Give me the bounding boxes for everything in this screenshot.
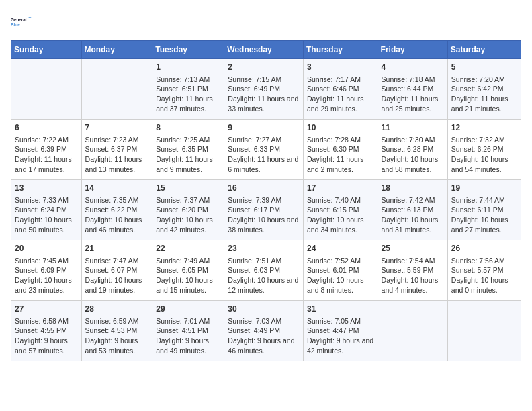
day-number: 20 — [15, 243, 78, 255]
week-row-1: 1Sunrise: 7:13 AM Sunset: 6:51 PM Daylig… — [11, 59, 521, 120]
calendar-cell: 16Sunrise: 7:39 AM Sunset: 6:17 PM Dayli… — [224, 180, 304, 240]
cell-content: Sunrise: 7:45 AM Sunset: 6:09 PM Dayligh… — [15, 256, 78, 295]
logo-icon: GeneralBlue — [11, 11, 35, 35]
day-header-monday: Monday — [81, 41, 152, 59]
calendar-cell: 10Sunrise: 7:28 AM Sunset: 6:30 PM Dayli… — [303, 120, 378, 180]
day-header-saturday: Saturday — [447, 41, 521, 59]
calendar-cell: 17Sunrise: 7:40 AM Sunset: 6:15 PM Dayli… — [303, 180, 378, 240]
header: GeneralBlue — [11, 11, 521, 35]
cell-content: Sunrise: 7:05 AM Sunset: 4:47 PM Dayligh… — [307, 316, 374, 356]
day-number: 4 — [382, 62, 444, 73]
cell-content: Sunrise: 7:22 AM Sunset: 6:39 PM Dayligh… — [15, 135, 78, 175]
day-number: 10 — [307, 122, 374, 134]
cell-content: Sunrise: 7:28 AM Sunset: 6:30 PM Dayligh… — [307, 135, 374, 175]
cell-content: Sunrise: 6:59 AM Sunset: 4:53 PM Dayligh… — [85, 316, 149, 356]
calendar-cell — [447, 301, 521, 361]
cell-content: Sunrise: 7:42 AM Sunset: 6:13 PM Dayligh… — [382, 195, 444, 235]
calendar-cell: 7Sunrise: 7:23 AM Sunset: 6:37 PM Daylig… — [81, 120, 152, 180]
calendar-cell: 1Sunrise: 7:13 AM Sunset: 6:51 PM Daylig… — [152, 59, 224, 120]
calendar-cell: 12Sunrise: 7:32 AM Sunset: 6:26 PM Dayli… — [447, 120, 521, 180]
day-number: 31 — [307, 304, 374, 315]
cell-content: Sunrise: 7:32 AM Sunset: 6:26 PM Dayligh… — [451, 135, 517, 175]
cell-content: Sunrise: 7:35 AM Sunset: 6:22 PM Dayligh… — [85, 195, 149, 235]
calendar-cell: 13Sunrise: 7:33 AM Sunset: 6:24 PM Dayli… — [11, 180, 82, 240]
cell-content: Sunrise: 7:18 AM Sunset: 6:44 PM Dayligh… — [382, 75, 444, 114]
day-header-sunday: Sunday — [11, 41, 82, 59]
cell-content: Sunrise: 7:37 AM Sunset: 6:20 PM Dayligh… — [156, 195, 220, 235]
calendar-cell: 26Sunrise: 7:56 AM Sunset: 5:57 PM Dayli… — [447, 240, 521, 301]
calendar-cell: 31Sunrise: 7:05 AM Sunset: 4:47 PM Dayli… — [303, 301, 378, 361]
calendar-cell: 8Sunrise: 7:25 AM Sunset: 6:35 PM Daylig… — [152, 120, 224, 180]
day-number: 12 — [451, 122, 517, 134]
day-number: 28 — [85, 304, 149, 315]
week-row-5: 27Sunrise: 6:58 AM Sunset: 4:55 PM Dayli… — [11, 301, 521, 361]
calendar-cell: 23Sunrise: 7:51 AM Sunset: 6:03 PM Dayli… — [224, 240, 304, 301]
day-number: 9 — [228, 122, 300, 134]
day-number: 26 — [451, 243, 517, 255]
calendar-cell — [81, 59, 152, 120]
calendar-cell — [378, 301, 447, 361]
cell-content: Sunrise: 7:44 AM Sunset: 6:11 PM Dayligh… — [451, 195, 517, 235]
day-number: 7 — [85, 122, 149, 134]
cell-content: Sunrise: 7:33 AM Sunset: 6:24 PM Dayligh… — [15, 195, 78, 235]
cell-content: Sunrise: 7:25 AM Sunset: 6:35 PM Dayligh… — [156, 135, 220, 175]
day-header-friday: Friday — [378, 41, 447, 59]
day-number: 2 — [228, 62, 300, 73]
cell-content: Sunrise: 7:52 AM Sunset: 6:01 PM Dayligh… — [307, 256, 374, 295]
day-number: 25 — [382, 243, 444, 255]
cell-content: Sunrise: 7:01 AM Sunset: 4:51 PM Dayligh… — [156, 316, 220, 356]
cell-content: Sunrise: 7:54 AM Sunset: 5:59 PM Dayligh… — [382, 256, 444, 295]
cell-content: Sunrise: 7:40 AM Sunset: 6:15 PM Dayligh… — [307, 195, 374, 235]
calendar-cell: 11Sunrise: 7:30 AM Sunset: 6:28 PM Dayli… — [378, 120, 447, 180]
cell-content: Sunrise: 6:58 AM Sunset: 4:55 PM Dayligh… — [15, 316, 78, 356]
calendar-cell: 3Sunrise: 7:17 AM Sunset: 6:46 PM Daylig… — [303, 59, 378, 120]
day-number: 30 — [228, 304, 300, 315]
calendar-cell: 18Sunrise: 7:42 AM Sunset: 6:13 PM Dayli… — [378, 180, 447, 240]
calendar-cell: 2Sunrise: 7:15 AM Sunset: 6:49 PM Daylig… — [224, 59, 304, 120]
day-number: 27 — [15, 304, 78, 315]
day-header-tuesday: Tuesday — [152, 41, 224, 59]
cell-content: Sunrise: 7:13 AM Sunset: 6:51 PM Dayligh… — [156, 75, 220, 114]
cell-content: Sunrise: 7:47 AM Sunset: 6:07 PM Dayligh… — [85, 256, 149, 295]
calendar-cell: 5Sunrise: 7:20 AM Sunset: 6:42 PM Daylig… — [447, 59, 521, 120]
week-row-4: 20Sunrise: 7:45 AM Sunset: 6:09 PM Dayli… — [11, 240, 521, 301]
day-number: 13 — [15, 183, 78, 194]
cell-content: Sunrise: 7:20 AM Sunset: 6:42 PM Dayligh… — [451, 75, 517, 114]
cell-content: Sunrise: 7:51 AM Sunset: 6:03 PM Dayligh… — [228, 256, 300, 295]
calendar-cell: 19Sunrise: 7:44 AM Sunset: 6:11 PM Dayli… — [447, 180, 521, 240]
day-number: 3 — [307, 62, 374, 73]
day-number: 23 — [228, 243, 300, 255]
cell-content: Sunrise: 7:30 AM Sunset: 6:28 PM Dayligh… — [382, 135, 444, 175]
calendar-cell: 14Sunrise: 7:35 AM Sunset: 6:22 PM Dayli… — [81, 180, 152, 240]
calendar-cell: 29Sunrise: 7:01 AM Sunset: 4:51 PM Dayli… — [152, 301, 224, 361]
day-number: 5 — [451, 62, 517, 73]
day-number: 24 — [307, 243, 374, 255]
calendar-cell: 30Sunrise: 7:03 AM Sunset: 4:49 PM Dayli… — [224, 301, 304, 361]
day-header-wednesday: Wednesday — [224, 41, 304, 59]
calendar-cell: 4Sunrise: 7:18 AM Sunset: 6:44 PM Daylig… — [378, 59, 447, 120]
cell-content: Sunrise: 7:27 AM Sunset: 6:33 PM Dayligh… — [228, 135, 300, 175]
svg-text:Blue: Blue — [11, 22, 20, 27]
day-number: 1 — [156, 62, 220, 73]
cell-content: Sunrise: 7:49 AM Sunset: 6:05 PM Dayligh… — [156, 256, 220, 295]
calendar-cell: 27Sunrise: 6:58 AM Sunset: 4:55 PM Dayli… — [11, 301, 82, 361]
calendar-cell: 24Sunrise: 7:52 AM Sunset: 6:01 PM Dayli… — [303, 240, 378, 301]
day-number: 18 — [382, 183, 444, 194]
day-number: 11 — [382, 122, 444, 134]
calendar-cell: 21Sunrise: 7:47 AM Sunset: 6:07 PM Dayli… — [81, 240, 152, 301]
calendar-cell: 25Sunrise: 7:54 AM Sunset: 5:59 PM Dayli… — [378, 240, 447, 301]
cell-content: Sunrise: 7:03 AM Sunset: 4:49 PM Dayligh… — [228, 316, 300, 356]
cell-content: Sunrise: 7:56 AM Sunset: 5:57 PM Dayligh… — [451, 256, 517, 295]
cell-content: Sunrise: 7:23 AM Sunset: 6:37 PM Dayligh… — [85, 135, 149, 175]
cell-content: Sunrise: 7:39 AM Sunset: 6:17 PM Dayligh… — [228, 195, 300, 235]
calendar-cell: 28Sunrise: 6:59 AM Sunset: 4:53 PM Dayli… — [81, 301, 152, 361]
logo: GeneralBlue — [11, 11, 35, 35]
calendar-cell: 22Sunrise: 7:49 AM Sunset: 6:05 PM Dayli… — [152, 240, 224, 301]
calendar-cell — [11, 59, 82, 120]
week-row-3: 13Sunrise: 7:33 AM Sunset: 6:24 PM Dayli… — [11, 180, 521, 240]
calendar-table: SundayMondayTuesdayWednesdayThursdayFrid… — [11, 40, 521, 361]
day-number: 21 — [85, 243, 149, 255]
day-header-thursday: Thursday — [303, 41, 378, 59]
calendar-cell: 6Sunrise: 7:22 AM Sunset: 6:39 PM Daylig… — [11, 120, 82, 180]
calendar-cell: 15Sunrise: 7:37 AM Sunset: 6:20 PM Dayli… — [152, 180, 224, 240]
